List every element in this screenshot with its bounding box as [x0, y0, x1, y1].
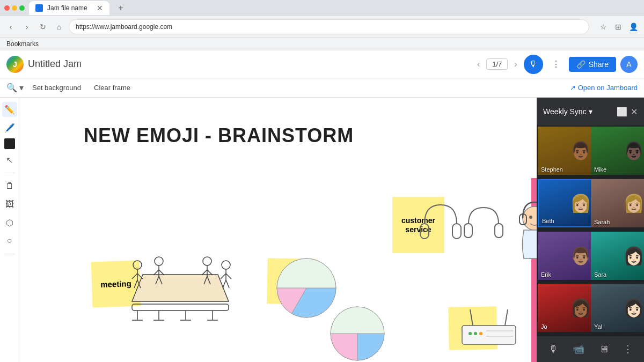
zoom-group: 🔍 ▾ — [6, 83, 24, 93]
open-jamboard-label: Open on Jamboard — [578, 84, 638, 92]
sub-toolbar: 🔍 ▾ Set background Clear frame ↗ Open on… — [0, 78, 644, 98]
eraser-tool-btn[interactable] — [4, 138, 15, 149]
panel-camera-btn[interactable]: 📹 — [573, 343, 584, 355]
svg-point-67 — [474, 332, 477, 335]
open-jamboard-icon: ↗ — [570, 84, 576, 92]
present-btn[interactable]: 🎙 — [524, 55, 543, 74]
set-background-btn[interactable]: Set background — [28, 82, 85, 94]
panel-more-btn[interactable]: ⋮ — [623, 343, 633, 355]
reload-btn[interactable]: ↻ — [36, 20, 49, 33]
browser-frame: Jam file name ✕ + ‹ › ↻ ⌂ https://www.ja… — [0, 0, 644, 362]
right-panel: Weekly Sync ▾ ⬜ ✕ 👨🏾 Stephen � — [537, 98, 644, 362]
browser-toolbar-icons: ☆ ⊞ 👤 — [597, 20, 640, 33]
pen-tool-btn[interactable]: ✏️ — [2, 102, 17, 117]
participant-name-mike: Mike — [594, 166, 606, 173]
browser-toolbar: ‹ › ↻ ⌂ https://www.jamboard.google.com … — [0, 16, 644, 38]
profile-icon[interactable]: 👤 — [627, 20, 640, 33]
participant-name-beth: Beth — [542, 218, 554, 224]
frame-indicator[interactable]: 1/7 — [486, 58, 508, 70]
participant-grid: 👨🏾 Stephen 👨🏿 Mike 🎙 👩🏼 Beth 🎙 — [537, 125, 644, 336]
pie-chart-1 — [277, 258, 336, 317]
canvas-drawings — [19, 98, 537, 362]
panel-footer: 🎙 📹 🖥 ⋮ — [537, 336, 644, 362]
svg-rect-54 — [420, 224, 429, 239]
panel-title-btn[interactable]: Weekly Sync ▾ — [543, 107, 592, 116]
svg-point-61 — [529, 216, 532, 219]
tool-divider — [4, 173, 15, 173]
address-bar[interactable]: https://www.jamboard.google.com — [69, 19, 589, 34]
home-btn[interactable]: ⌂ — [53, 20, 65, 33]
svg-point-66 — [469, 332, 472, 335]
zoom-icon[interactable]: 🔍 — [6, 83, 17, 93]
bookmarks-bar: Bookmarks — [0, 38, 644, 50]
prev-frame-btn[interactable]: ‹ — [475, 57, 482, 71]
share-btn[interactable]: 🔗 Share — [569, 57, 616, 72]
tab-favicon — [35, 4, 43, 12]
open-jamboard-btn[interactable]: ↗ Open on Jamboard — [570, 84, 638, 92]
new-tab-btn[interactable]: + — [114, 1, 128, 15]
svg-point-19 — [222, 261, 230, 269]
app-toolbar: J Untitled Jam ‹ 1/7 › 🎙 ⋮ 🔗 Share A — [0, 50, 644, 78]
router-illustration — [462, 309, 516, 344]
panel-dropdown-icon: ▾ — [589, 107, 592, 116]
url-text: https://www.jamboard.google.com — [76, 23, 172, 31]
app-title: Untitled Jam — [28, 58, 82, 70]
app-area: J Untitled Jam ‹ 1/7 › 🎙 ⋮ 🔗 Share A 🔍 ▾… — [0, 50, 644, 362]
svg-rect-55 — [452, 224, 461, 239]
browser-titlebar: Jam file name ✕ + — [0, 0, 644, 16]
close-window-btn[interactable] — [4, 5, 10, 11]
svg-point-68 — [479, 332, 482, 335]
pie-chart-2 — [331, 307, 384, 360]
shapes-tool-btn[interactable]: ⬡ — [2, 215, 17, 230]
clear-frame-btn[interactable]: Clear frame — [90, 82, 135, 94]
sticky-note-tool-btn[interactable]: 🗒 — [2, 179, 17, 194]
participant-name-stephen: Stephen — [541, 166, 563, 173]
panel-header: Weekly Sync ▾ ⬜ ✕ — [537, 98, 644, 125]
panel-mic-btn[interactable]: 🎙 — [548, 344, 558, 355]
svg-line-23 — [223, 280, 226, 288]
zoom-dropdown-icon[interactable]: ▾ — [19, 83, 24, 93]
share-icon: 🔗 — [576, 60, 586, 69]
minimize-window-btn[interactable] — [12, 5, 17, 11]
forward-btn[interactable]: › — [20, 20, 33, 33]
user-avatar[interactable]: A — [620, 56, 638, 73]
panel-screen-share-btn[interactable]: 🖥 — [599, 344, 609, 355]
tab-title: Jam file name — [47, 4, 87, 12]
window-controls — [4, 5, 25, 11]
panel-close-btn[interactable]: ✕ — [631, 107, 638, 117]
participant-tile-sara[interactable]: 👩🏻 Sara — [591, 232, 644, 280]
customer-service-person — [519, 202, 537, 258]
back-btn[interactable]: ‹ — [4, 20, 17, 33]
svg-line-3 — [132, 274, 137, 279]
svg-line-64 — [470, 309, 473, 326]
panel-title-text: Weekly Sync — [543, 107, 587, 116]
bookmark-star-icon[interactable]: ☆ — [597, 20, 610, 33]
frame-label: 1/7 — [492, 60, 502, 68]
participant-tile-mike[interactable]: 👨🏿 Mike 🎙 — [591, 127, 644, 175]
panel-minimize-btn[interactable]: ⬜ — [617, 107, 627, 117]
app-logo: J — [6, 56, 24, 73]
maximize-window-btn[interactable] — [19, 5, 25, 11]
svg-line-24 — [226, 280, 229, 288]
participant-tile-yal[interactable]: 👩🏻 Yal — [591, 284, 644, 332]
tab-close-btn[interactable]: ✕ — [97, 4, 103, 12]
svg-point-1 — [133, 261, 142, 269]
image-tool-btn[interactable]: 🖼 — [2, 197, 17, 212]
canvas-wrapper: ✏️ 🖊️ ↖ 🗒 🖼 ⬡ ○ NEW EMOJI - BRAINSTORM m… — [0, 98, 644, 362]
browser-tab[interactable]: Jam file name ✕ — [29, 1, 109, 15]
svg-marker-0 — [132, 275, 229, 301]
svg-point-13 — [203, 257, 211, 265]
canvas[interactable]: NEW EMOJI - BRAINSTORM meeting piechart … — [19, 98, 537, 362]
svg-line-5 — [134, 280, 137, 288]
laser-tool-btn[interactable]: ○ — [2, 233, 17, 248]
participant-name-sara: Sara — [594, 271, 606, 278]
participant-name-sarah: Sarah — [594, 219, 610, 225]
marker-tool-btn[interactable]: 🖊️ — [2, 120, 17, 135]
next-frame-btn[interactable]: › — [512, 57, 519, 71]
extensions-icon[interactable]: ⊞ — [612, 20, 625, 33]
participant-name-yal: Yal — [594, 323, 602, 330]
participant-tile-sarah[interactable]: 👩🏼 Sarah — [591, 179, 644, 227]
select-tool-btn[interactable]: ↖ — [2, 152, 17, 167]
svg-rect-56 — [464, 224, 472, 238]
more-options-btn[interactable]: ⋮ — [547, 56, 565, 73]
